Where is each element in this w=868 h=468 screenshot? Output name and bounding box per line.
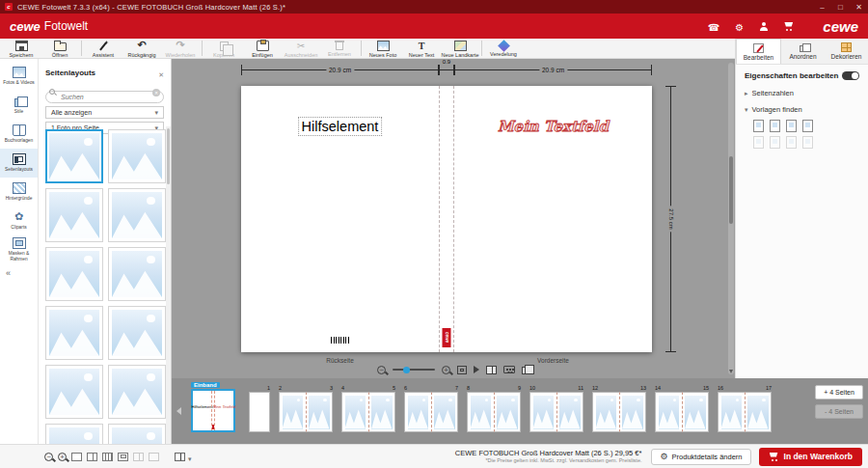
sidebar-item[interactable]: Fotos & Videos <box>0 62 38 91</box>
layout-thumbnail[interactable] <box>45 306 103 360</box>
spread-thumbnail[interactable]: 8 9 <box>467 392 521 432</box>
toolbar-button[interactable]: Neuer Text <box>402 40 441 58</box>
window-controls <box>813 0 868 14</box>
view-frame-icon[interactable] <box>118 453 128 461</box>
add-to-cart-button[interactable]: In den Warenkorb <box>759 448 862 466</box>
spread-thumbnail[interactable]: 4 5 <box>341 392 395 432</box>
multipage-view-icon[interactable] <box>522 367 529 374</box>
template-finder-icon[interactable] <box>753 120 764 132</box>
layout-thumbnail[interactable] <box>45 188 103 242</box>
view-single-icon[interactable] <box>71 453 82 461</box>
search-input[interactable] <box>45 91 164 103</box>
sidebar-item[interactable]: Stile <box>0 91 38 120</box>
minimize-icon[interactable] <box>813 0 831 14</box>
view-tab[interactable]: Bearbeiten <box>736 39 781 64</box>
template-finder-icon[interactable] <box>753 136 764 149</box>
text-field-element[interactable]: Mein Textfeld <box>498 118 609 135</box>
toolbar-button[interactable]: Speichern <box>2 40 41 58</box>
zoom-out-icon[interactable] <box>44 453 53 461</box>
toolbar-button[interactable]: Veredelung <box>484 40 523 57</box>
scroll-left-icon[interactable] <box>176 407 181 415</box>
toolbar-button[interactable]: Rückgängig <box>122 40 161 58</box>
close-panel-icon[interactable] <box>158 64 164 81</box>
layout-thumbnail[interactable] <box>108 247 166 301</box>
spread-thumbnail[interactable]: 12 13 <box>592 392 646 432</box>
template-finder-icon[interactable] <box>802 136 813 149</box>
toolbar-button[interactable]: Kopieren <box>204 40 243 58</box>
phone-icon[interactable] <box>708 17 719 35</box>
properties-toggle[interactable] <box>842 71 859 80</box>
sidebar-item[interactable]: Masken & Rahmen <box>0 235 38 264</box>
template-finder-icon[interactable] <box>786 120 797 132</box>
layout-thumbnail[interactable] <box>108 129 166 183</box>
toolbar-button[interactable]: Einfügen <box>243 40 282 58</box>
filter-dropdown[interactable]: Alle anzeigen <box>45 106 164 119</box>
layout-thumbnail[interactable] <box>108 424 166 444</box>
properties-section[interactable]: Vorlagen finden <box>736 101 868 118</box>
template-finder-icon[interactable] <box>802 120 813 132</box>
back-width-label: 20.9 cm <box>326 65 354 75</box>
book-spine[interactable]: cewe <box>439 86 454 352</box>
spread-thumbnail[interactable]: 6 7 <box>404 392 458 432</box>
zoom-slider[interactable] <box>393 369 435 371</box>
canvas-scrollbar[interactable] <box>728 63 734 374</box>
page-1-thumbnail[interactable]: 1 <box>249 392 270 432</box>
fit-page-icon[interactable] <box>457 366 467 374</box>
close-icon[interactable] <box>850 0 868 14</box>
toolbar-button[interactable]: Neue Landkarte <box>441 40 479 58</box>
toolbar-button[interactable]: Entfernen <box>320 40 359 57</box>
back-cover-page[interactable]: Hilfselement <box>241 86 439 352</box>
sidebar-item[interactable]: Buchvorlagen <box>0 120 38 149</box>
toolbar-button[interactable]: Ausschneiden <box>282 40 320 58</box>
front-page-label: Vorderseite <box>454 357 652 364</box>
spread-left-page <box>529 392 557 432</box>
template-finder-icon[interactable] <box>786 136 797 149</box>
preview-play-icon[interactable] <box>474 366 479 373</box>
layout-thumbnail[interactable] <box>108 188 166 242</box>
add-pages-button[interactable]: + 4 Seiten <box>815 385 863 399</box>
settings-gear-icon[interactable] <box>735 17 744 35</box>
layout-thumbnail[interactable] <box>108 306 166 360</box>
sidebar-item[interactable]: Seitenlayouts <box>0 149 38 178</box>
template-finder-icon[interactable] <box>770 120 780 132</box>
account-icon[interactable] <box>759 22 768 31</box>
toolbar-button[interactable]: Wiederholen <box>161 40 200 58</box>
toolbar-button[interactable]: Öffnen <box>41 40 79 58</box>
view-double-icon[interactable] <box>87 453 97 461</box>
remove-pages-button[interactable]: - 4 Seiten <box>815 404 863 419</box>
toolbar-button[interactable]: Neues Foto <box>364 40 402 58</box>
front-cover-page[interactable]: Mein Textfeld <box>454 86 652 352</box>
maximize-icon[interactable] <box>831 0 850 14</box>
clear-search-icon[interactable] <box>152 89 160 96</box>
zoom-in-icon[interactable] <box>442 366 450 374</box>
spread-thumbnail[interactable]: 14 15 <box>655 392 709 432</box>
cart-icon <box>769 453 779 461</box>
product-details-button[interactable]: Produktdetails ändern <box>651 449 750 465</box>
spread-view-icon[interactable] <box>486 366 497 374</box>
layout-thumbnail[interactable] <box>108 365 166 419</box>
zoom-out-icon[interactable] <box>377 366 386 374</box>
sidebar-item[interactable]: Hintergründe <box>0 178 38 206</box>
layout-thumbnail[interactable] <box>45 247 103 301</box>
layout-thumbnail[interactable] <box>45 424 103 444</box>
toolbar-button[interactable]: Assistent <box>84 40 122 58</box>
view-tab[interactable]: Anordnen <box>781 39 825 64</box>
layout-thumbnail[interactable] <box>45 365 103 419</box>
spread-thumbnail[interactable]: 10 11 <box>529 392 583 432</box>
keyboard-icon[interactable] <box>503 366 515 373</box>
helper-text-element[interactable]: Hilfselement <box>298 117 383 136</box>
layout-thumbnail[interactable] <box>45 129 103 183</box>
spread-thumbnail[interactable]: 2 3 <box>279 392 333 432</box>
template-finder-icon[interactable] <box>770 136 780 149</box>
spread-thumbnail[interactable]: 16 17 <box>718 392 772 432</box>
view-grid-icon[interactable] <box>102 453 113 461</box>
cover-thumbnail[interactable]: Hilfselement Mein Textfeld <box>191 389 235 432</box>
zoom-in-icon[interactable] <box>58 453 67 461</box>
sidebar-item[interactable]: Cliparts <box>0 206 38 235</box>
cart-icon[interactable] <box>783 22 794 31</box>
collapse-sidebar-button[interactable]: « <box>6 268 38 278</box>
display-mode-dropdown[interactable] <box>175 448 192 465</box>
properties-section[interactable]: Seitenzahlen <box>736 85 868 101</box>
panel-scrollbar[interactable] <box>166 126 171 444</box>
view-tab[interactable]: Dekorieren <box>825 39 868 64</box>
